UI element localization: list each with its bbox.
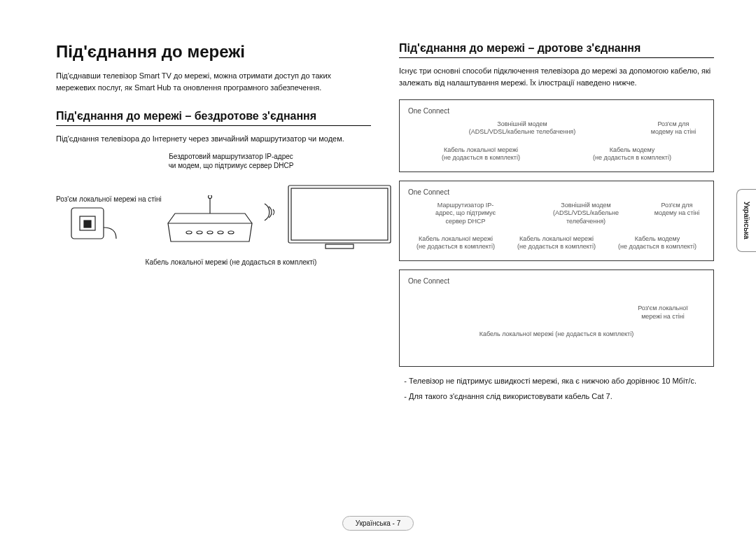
text-line: мережі на стіні — [621, 313, 705, 321]
text-line: (не додається в комплекті) — [408, 243, 503, 251]
language-side-tab-label: Українська — [743, 202, 750, 239]
notes-list: Телевізор не підтримує швидкості мережі,… — [399, 375, 714, 402]
text-line: Кабель локальної мережі — [408, 146, 554, 154]
lan-cable-label-a: Кабель локальної мережі (не додається в … — [408, 235, 503, 251]
text-line: сервер DHCP — [408, 218, 523, 225]
right-column: Під'єднання до мережі – дротове з'єднанн… — [399, 42, 714, 405]
wall-jack-caption: Роз'єм локальної мережі на стіні — [56, 195, 162, 203]
wired-heading: Під'єднання до мережі – дротове з'єднанн… — [399, 42, 714, 58]
wall-jack-icon — [70, 206, 119, 248]
external-modem-label: Зовнішній модем (ADSL/VDSL/кабельне теле… — [408, 120, 636, 136]
wired-diagram-1: One Connect Зовнішній модем (ADSL/VDSL/к… — [399, 99, 714, 172]
modem-wall-jack-label: Роз'єм для модему на стіні — [649, 202, 705, 225]
text-line: Маршрутизатор IP- — [408, 202, 523, 209]
text-line: модему на стіні — [649, 209, 705, 217]
text-line: Роз'єм для — [649, 202, 705, 209]
text-line: адрес, що підтримує — [408, 209, 523, 217]
svg-rect-12 — [326, 244, 354, 248]
note-item: Для такого з'єднання слід використовуват… — [409, 391, 714, 403]
page-title: Під'єднання до мережі — [56, 42, 371, 62]
svg-point-9 — [228, 231, 234, 234]
one-connect-label: One Connect — [408, 188, 705, 196]
tv-icon — [287, 184, 392, 251]
text-line: Роз'єм для — [642, 120, 705, 128]
text-line: (не додається в комплекті) — [408, 154, 554, 162]
text-line: (ADSL/VDSL/кабельне — [528, 209, 643, 217]
page-number-pill: Українська - 7 — [342, 516, 414, 531]
router-caption-line2: чи модем, що підтримує сервер DHCP — [161, 161, 301, 170]
text-line: телебачення) — [528, 218, 643, 225]
one-connect-label: One Connect — [408, 277, 705, 285]
lan-wall-jack-label: Роз'єм локальної мережі на стіні — [621, 304, 705, 321]
svg-rect-11 — [291, 188, 388, 240]
text-line: (не додається в комплекті) — [610, 243, 705, 251]
wireless-diagram: Бездротовий маршрутизатор IP-адрес чи мо… — [56, 156, 371, 296]
lan-cable-label: Кабель локальної мережі (не додається в … — [408, 146, 554, 162]
one-connect-label: One Connect — [408, 107, 705, 115]
modem-cable-label: Кабель модему (не додається в комплекті) — [559, 146, 705, 162]
lan-cable-caption: Кабель локальної мережі (не додається в … — [140, 258, 322, 266]
text-line: Кабель локальної мережі — [408, 235, 503, 243]
page-footer: Українська - 7 — [0, 516, 756, 531]
svg-rect-10 — [288, 186, 391, 243]
lan-cable-label: Кабель локальної мережі (не додається в … — [408, 330, 705, 338]
text-line: Кабель модему — [559, 146, 705, 154]
svg-point-8 — [218, 231, 223, 234]
wired-diagram-2: One Connect Маршрутизатор IP- адрес, що … — [399, 181, 714, 261]
text-line: (ADSL/VDSL/кабельне телебачення) — [408, 128, 636, 136]
modem-cable-label: Кабель модему (не додається в комплекті) — [610, 235, 705, 251]
svg-point-7 — [207, 231, 213, 234]
language-side-tab: Українська — [736, 189, 756, 252]
svg-point-5 — [186, 231, 192, 234]
modem-wall-jack-label: Роз'єм для модему на стіні — [642, 120, 705, 136]
svg-point-4 — [209, 195, 212, 199]
wifi-signal-icon — [263, 198, 284, 226]
router-icon — [161, 195, 259, 247]
wireless-subtext: Під'єднання телевізора до Інтернету чере… — [56, 133, 371, 145]
text-line: Кабель модему — [610, 235, 705, 243]
text-line: Кабель локальної мережі — [509, 235, 604, 243]
intro-text: Під'єднавши телевізор Smart TV до мережі… — [56, 70, 371, 93]
svg-point-6 — [197, 231, 202, 234]
router-caption-line1: Бездротовий маршрутизатор IP-адрес — [161, 152, 301, 161]
svg-rect-2 — [84, 220, 91, 227]
text-line: модему на стіні — [642, 128, 705, 136]
left-column: Під'єднання до мережі Під'єднавши телеві… — [56, 42, 371, 405]
text-line: (не додається в комплекті) — [509, 243, 604, 251]
note-item: Телевізор не підтримує швидкості мережі,… — [409, 375, 714, 388]
router-caption: Бездротовий маршрутизатор IP-адрес чи мо… — [161, 152, 301, 170]
wired-diagram-3: One Connect Роз'єм локальної мережі на с… — [399, 270, 714, 367]
text-line: Зовнішній модем — [528, 202, 643, 209]
text-line: Роз'єм локальної — [621, 304, 705, 312]
text-line: Зовнішній модем — [408, 120, 636, 128]
text-line: Кабель локальної мережі (не додається в … — [408, 330, 705, 338]
ip-router-label: Маршрутизатор IP- адрес, що підтримує се… — [408, 202, 523, 225]
lan-cable-label-b: Кабель локальної мережі (не додається в … — [509, 235, 604, 251]
external-modem-label: Зовнішній модем (ADSL/VDSL/кабельне теле… — [528, 202, 643, 225]
text-line: (не додається в комплекті) — [559, 154, 705, 162]
wireless-heading: Під'єднання до мережі – бездротове з'єдн… — [56, 110, 371, 126]
wired-subtext: Існує три основні способи підключення те… — [399, 65, 714, 88]
